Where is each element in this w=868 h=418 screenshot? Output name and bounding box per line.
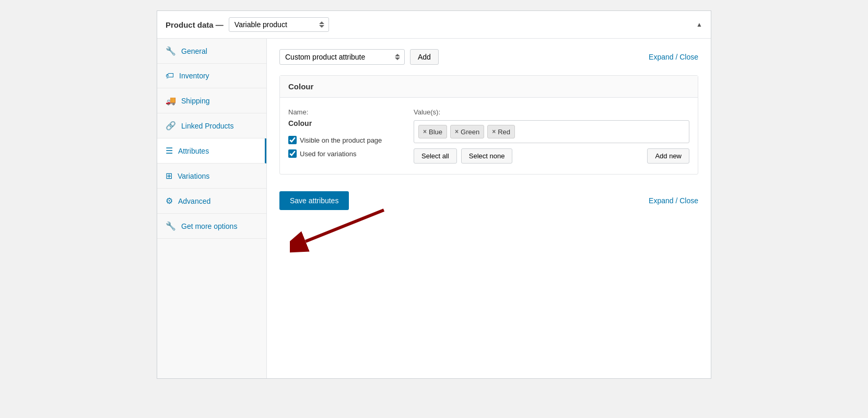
tag-green: × Green bbox=[450, 125, 484, 138]
sidebar-label-inventory: Inventory bbox=[179, 72, 209, 80]
collapse-icon[interactable]: ▲ bbox=[696, 21, 702, 28]
grid-icon: ⊞ bbox=[166, 171, 172, 181]
visible-label: Visible on the product page bbox=[300, 136, 382, 144]
save-close-link[interactable]: Close bbox=[679, 196, 698, 205]
sidebar-label-variations: Variations bbox=[178, 172, 209, 180]
add-attribute-button[interactable]: Add bbox=[410, 49, 439, 65]
attribute-type-select[interactable]: Custom product attribute bbox=[279, 49, 405, 65]
sidebar-label-attributes: Attributes bbox=[178, 147, 209, 155]
sidebar-label-shipping: Shipping bbox=[181, 97, 210, 105]
save-row-expand-close: Expand / Close bbox=[649, 196, 698, 205]
values-btn-row: Select all Select none Add new bbox=[414, 148, 689, 164]
visible-checkbox-row: Visible on the product page bbox=[288, 136, 393, 144]
product-data-header: Product data — Variable product Simple p… bbox=[157, 11, 711, 39]
plus-icon: 🔧 bbox=[166, 221, 176, 231]
variations-checkbox-row: Used for variations bbox=[288, 149, 393, 158]
attribute-left: Name: Colour Visible on the product page… bbox=[288, 108, 393, 164]
visible-checkbox[interactable] bbox=[288, 136, 297, 144]
sidebar-item-inventory[interactable]: 🏷 Inventory bbox=[157, 64, 266, 88]
tag-red: × Red bbox=[487, 125, 515, 138]
name-label: Name: bbox=[288, 108, 393, 116]
values-label: Value(s): bbox=[414, 108, 689, 116]
name-value: Colour bbox=[288, 119, 393, 127]
attribute-section-title: Colour bbox=[280, 76, 698, 98]
attribute-controls: Custom product attribute Add bbox=[279, 49, 439, 65]
tag-green-label: Green bbox=[461, 128, 479, 136]
save-row: Save attributes Expand / Close bbox=[279, 183, 698, 210]
save-expand-link[interactable]: Expand bbox=[649, 196, 673, 205]
close-link[interactable]: Close bbox=[679, 53, 698, 61]
attribute-section-body: Name: Colour Visible on the product page… bbox=[280, 98, 698, 174]
attribute-right: Value(s): × Blue × Green bbox=[414, 108, 689, 164]
tag-blue-label: Blue bbox=[429, 128, 442, 136]
link-icon: 🔗 bbox=[166, 121, 176, 131]
sidebar-item-variations[interactable]: ⊞ Variations bbox=[157, 164, 266, 189]
link-separator: / bbox=[674, 53, 680, 61]
sidebar: 🔧 General 🏷 Inventory 🚚 Shipping 🔗 Linke… bbox=[157, 39, 267, 378]
attribute-section-colour: Colour Name: Colour Visible on the produ… bbox=[279, 75, 698, 175]
sidebar-item-attributes[interactable]: ☰ Attributes bbox=[157, 138, 266, 164]
svg-line-1 bbox=[306, 210, 384, 241]
attribute-row: Name: Colour Visible on the product page… bbox=[288, 108, 689, 164]
product-type-select[interactable]: Variable product Simple product Grouped … bbox=[229, 17, 329, 32]
product-data-box: Product data — Variable product Simple p… bbox=[157, 10, 711, 379]
sidebar-item-get-more-options[interactable]: 🔧 Get more options bbox=[157, 214, 266, 239]
wrench-icon: 🔧 bbox=[166, 46, 176, 56]
truck-icon: 🚚 bbox=[166, 96, 176, 106]
sidebar-item-advanced[interactable]: ⚙ Advanced bbox=[157, 189, 266, 214]
variations-checkbox[interactable] bbox=[288, 149, 297, 158]
remove-green-icon[interactable]: × bbox=[455, 128, 459, 135]
tag-blue: × Blue bbox=[418, 125, 447, 138]
expand-close-links: Expand / Close bbox=[649, 53, 698, 61]
product-data-label: Product data — bbox=[166, 20, 224, 29]
sidebar-label-linked-products: Linked Products bbox=[181, 122, 233, 130]
sidebar-item-general[interactable]: 🔧 General bbox=[157, 39, 266, 64]
remove-blue-icon[interactable]: × bbox=[423, 128, 427, 135]
remove-red-icon[interactable]: × bbox=[492, 128, 496, 135]
list-icon: ☰ bbox=[166, 146, 173, 156]
tag-red-label: Red bbox=[498, 128, 510, 136]
add-new-button[interactable]: Add new bbox=[647, 148, 689, 164]
expand-link[interactable]: Expand bbox=[649, 53, 673, 61]
sidebar-label-advanced: Advanced bbox=[178, 197, 210, 205]
select-none-button[interactable]: Select none bbox=[461, 148, 513, 164]
variations-label: Used for variations bbox=[300, 150, 356, 158]
tag-icon: 🏷 bbox=[166, 71, 174, 80]
save-attributes-button[interactable]: Save attributes bbox=[279, 191, 349, 210]
sidebar-label-general: General bbox=[181, 47, 207, 55]
attribute-header: Custom product attribute Add Expand / Cl… bbox=[279, 49, 698, 65]
annotation-arrow bbox=[290, 205, 405, 257]
select-all-button[interactable]: Select all bbox=[414, 148, 457, 164]
sidebar-item-shipping[interactable]: 🚚 Shipping bbox=[157, 88, 266, 113]
gear-icon: ⚙ bbox=[166, 196, 173, 206]
sidebar-item-linked-products[interactable]: 🔗 Linked Products bbox=[157, 113, 266, 138]
save-button-wrapper: Save attributes bbox=[279, 191, 349, 210]
main-content: Custom product attribute Add Expand / Cl… bbox=[267, 39, 711, 378]
product-data-body: 🔧 General 🏷 Inventory 🚚 Shipping 🔗 Linke… bbox=[157, 39, 711, 378]
sidebar-label-get-more-options: Get more options bbox=[181, 222, 237, 230]
tag-container[interactable]: × Blue × Green × Red bbox=[414, 120, 689, 143]
product-data-title: Product data — Variable product Simple p… bbox=[166, 17, 329, 32]
